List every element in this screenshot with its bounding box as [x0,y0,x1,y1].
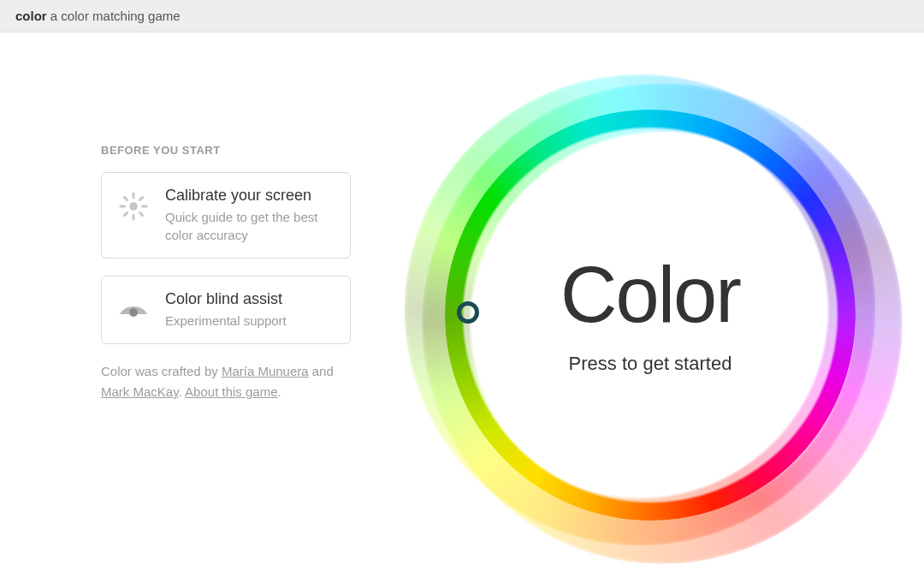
author-link-1[interactable]: María Munuera [222,364,309,378]
color-wheel-ring [445,110,856,520]
right-panel: Color Press to get started [376,33,924,568]
svg-line-6 [140,213,143,216]
svg-line-5 [124,197,127,199]
calibrate-text: Calibrate your screen Quick guide to get… [165,187,335,244]
colorblind-text: Color blind assist Experimental support [165,290,287,330]
left-panel: BEFORE YOU START Calibrate your screen Q [0,33,376,568]
svg-point-9 [129,308,138,317]
colorblind-subtitle: Experimental support [165,312,287,330]
colorblind-assist-card[interactable]: Color blind assist Experimental support [101,276,351,344]
author-link-2[interactable]: Mark MacKay [101,384,179,399]
credits-mid: and [309,364,334,378]
credits-sep: . [179,384,186,399]
eye-icon [117,294,150,326]
colorblind-title: Color blind assist [165,290,287,308]
credits-pre: Color was crafted by [101,364,222,378]
main-area: BEFORE YOU START Calibrate your screen Q [0,33,924,568]
page-header: color a color matching game [0,0,924,33]
section-label: BEFORE YOU START [101,144,351,157]
about-link[interactable]: About this game [185,384,277,399]
calibrate-title: Calibrate your screen [165,187,335,205]
color-wheel-handle[interactable] [457,301,479,324]
credits-post: . [278,384,281,399]
calibrate-subtitle: Quick guide to get the best color accura… [165,208,335,244]
tagline: a color matching game [50,9,181,23]
brightness-icon [117,190,150,223]
svg-point-0 [129,202,138,211]
svg-line-7 [124,213,127,216]
brand-name: color [15,9,47,23]
calibrate-screen-card[interactable]: Calibrate your screen Quick guide to get… [101,172,351,259]
color-wheel-start-button[interactable]: Color Press to get started [419,84,881,546]
svg-line-8 [140,197,143,199]
credits-text: Color was crafted by María Munuera and M… [101,361,351,402]
